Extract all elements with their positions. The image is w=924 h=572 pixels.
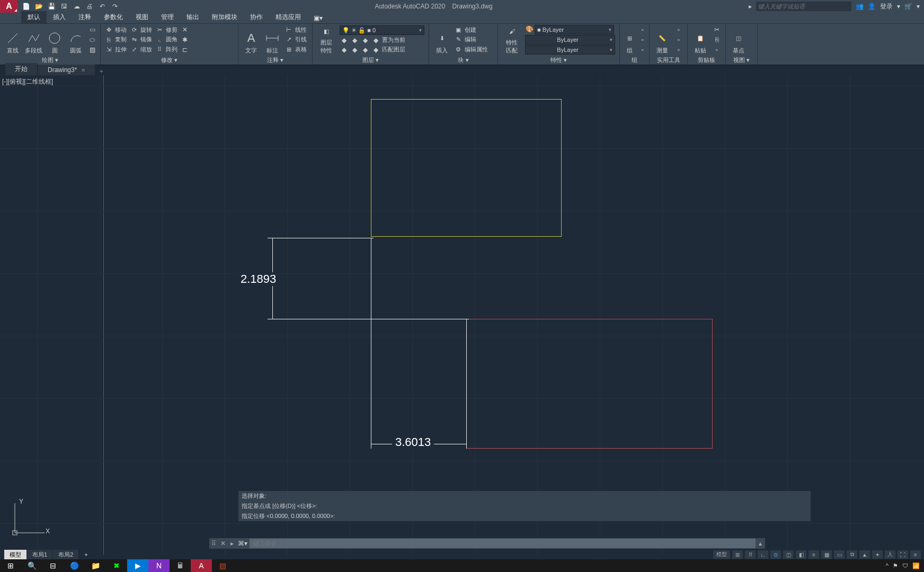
status-grid-icon[interactable]: ⊞ [732,550,743,559]
panel-view-title[interactable]: 视图 ▾ [728,56,755,65]
viewport-label[interactable]: [-][俯视][二维线框] [2,77,53,86]
tab-view[interactable]: 视图 [129,11,155,23]
cmd-handle-icon[interactable]: ⠿ [211,540,216,547]
rotate-button[interactable]: ⟳旋转 [130,25,152,34]
ppt-icon[interactable]: ▧ [212,559,233,572]
layer-ico2[interactable]: ◆ [350,36,359,44]
linear-button[interactable]: ⊢线性 [285,25,307,34]
erase-icon[interactable]: ✕ [181,25,189,34]
line-button[interactable]: 直线 [2,25,23,55]
status-ann-icon[interactable]: ▲ [859,550,870,559]
layout-add-icon[interactable]: + [79,550,93,559]
media-icon[interactable]: ▶ [127,559,148,572]
search-taskbar-icon[interactable]: 🔍 [21,559,42,572]
app1-icon[interactable]: ✖ [106,559,127,572]
layer-ico4[interactable]: ◆ [371,36,380,44]
trim-button[interactable]: ✂修剪 [155,25,177,34]
status-trans-icon[interactable]: ▦ [821,550,832,559]
scale-button[interactable]: ⤢缩放 [130,45,152,55]
layout-2[interactable]: 布局2 [53,550,78,560]
group-ico1[interactable]: ▫ [638,25,647,34]
lineweight-select[interactable]: ByLayer [525,35,615,44]
util-ico1[interactable]: ▫ [674,25,683,34]
tab-addins[interactable]: 附加模块 [206,11,244,23]
start-button[interactable]: ⊞ [0,559,21,572]
move-button[interactable]: ✥移动 [104,25,127,34]
cart-icon[interactable]: 🛒 [904,3,912,10]
layer-ico8[interactable]: ◆ [371,46,380,54]
tab-featured[interactable]: 精选应用 [269,11,307,23]
tab-more-icon[interactable]: ▣▾ [307,13,329,23]
tab-parametric[interactable]: 参数化 [97,11,129,23]
layer-ico3[interactable]: ◆ [361,36,369,44]
match-props-button[interactable]: 🖌特性 匹配 [500,25,523,55]
tray-shield-icon[interactable]: 🛡 [902,562,908,569]
status-scale-icon[interactable]: 人 [885,550,895,559]
status-ws-icon[interactable]: ✦ [872,550,883,559]
arc-button[interactable]: 圆弧 [65,25,86,55]
panel-annot-title[interactable]: 注释 ▾ [241,56,310,65]
drawing-tab[interactable]: Drawing3*✕ [38,65,95,75]
status-polar-icon[interactable]: ⊙ [770,550,781,559]
status-ortho-icon[interactable]: ∟ [758,550,768,559]
tab-collab[interactable]: 协作 [244,11,269,23]
login-label[interactable]: 登录 [880,2,893,11]
circle-button[interactable]: 圆 [45,25,66,55]
edit-block[interactable]: ✎编辑 [454,35,488,44]
make-current[interactable]: 置为当前 [382,36,405,44]
undo-icon[interactable]: ↶ [97,2,107,11]
dim-button[interactable]: 标注 [262,25,283,55]
status-full-icon[interactable]: ⛶ [898,550,908,559]
open-icon[interactable]: 📂 [34,2,43,11]
tray-flag-icon[interactable]: ⚑ [893,562,898,569]
copy-button[interactable]: ⎘复制 [104,35,127,44]
polyline-button[interactable]: 多段线 [23,25,45,55]
status-iso-icon[interactable]: ◧ [796,550,806,559]
copy-icon[interactable]: ⎘ [713,35,721,44]
cmd-close-icon[interactable]: ✕ [220,540,226,547]
search-input[interactable] [756,2,851,11]
paste-button[interactable]: 📋粘贴 [690,25,711,55]
layout-model[interactable]: 模型 [4,550,26,560]
panel-modify-title[interactable]: 修改 ▾ [103,56,236,65]
onenote-icon[interactable]: N [148,559,170,572]
save-icon[interactable]: 💾 [47,2,56,11]
tab-annotate[interactable]: 注释 [72,11,97,23]
tab-output[interactable]: 输出 [180,11,206,23]
panel-layer-title[interactable]: 图层 ▾ [315,56,427,65]
stretch-button[interactable]: ⇲拉伸 [104,45,127,55]
util-ico3[interactable]: ▫ [674,46,683,54]
layer-props-button[interactable]: ◧图层 特性 [315,25,338,55]
layer-ico6[interactable]: ◆ [350,46,359,54]
group-button[interactable]: ⊞组 [622,25,637,55]
layer-ico1[interactable]: ◆ [340,36,348,44]
cut-icon[interactable]: ✂ [713,25,721,34]
drawing-canvas[interactable]: [-][俯视][二维线框] document.write(Array.from(… [0,75,924,555]
new-icon[interactable]: 📄 [21,2,31,11]
table-button[interactable]: ⊞表格 [285,45,307,55]
create-block[interactable]: ▣创建 [454,25,488,34]
help-icon[interactable]: ▾ [917,3,920,10]
insert-block-button[interactable]: ⬇插入 [431,25,452,55]
saveas-icon[interactable]: 🖫 [59,2,69,11]
status-custom-icon[interactable]: ≡ [910,550,921,559]
tray-up-icon[interactable]: ^ [886,562,889,569]
start-tab[interactable]: 开始 [5,63,37,75]
measure-button[interactable]: 📏测量 [652,25,673,55]
match-layer[interactable]: 匹配图层 [382,46,405,54]
leader-button[interactable]: ↗引线 [285,35,307,44]
command-input[interactable] [250,539,756,548]
infocenter-icon[interactable]: 👥 [856,3,864,10]
layer-ico7[interactable]: ◆ [361,46,369,54]
panel-props-title[interactable]: 特性 ▾ [500,56,617,65]
layer-select[interactable]: 💡 ☀ 🔓 ■ 0 [340,25,424,35]
system-tray[interactable]: ^ ⚑ 🛡 📶 [886,562,924,569]
status-sc-icon[interactable]: ⧉ [847,550,857,559]
tab-default[interactable]: 默认 [21,11,47,23]
calc-icon[interactable]: 🖩 [170,559,191,572]
fillet-button[interactable]: ◟圆角 [155,35,177,44]
autocad-taskbar-icon[interactable]: A [191,559,212,572]
color-select[interactable]: ■ ByLayer [535,25,614,34]
tab-manage[interactable]: 管理 [155,11,180,23]
status-snap-icon[interactable]: ⠿ [745,550,756,559]
